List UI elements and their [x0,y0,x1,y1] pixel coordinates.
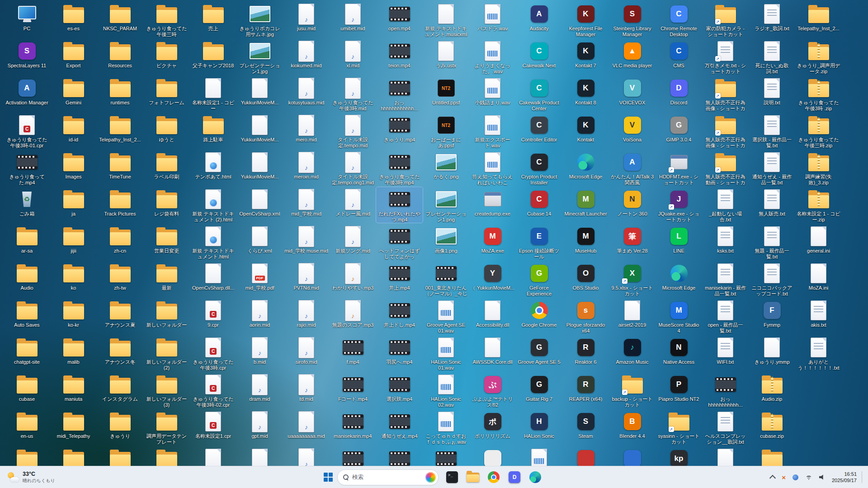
desktop-icon[interactable]: 売上 [190,2,236,32]
desktop-icon[interactable]: zh-tw [97,261,143,291]
taskbar-app-file-explorer[interactable] [464,468,482,486]
desktop-icon[interactable]: X↗9.5.xlsx - ショートカット [609,261,656,297]
desktop-icon[interactable]: Images [50,150,97,180]
desktop-icon[interactable]: CCMS [656,39,702,69]
desktop-icon[interactable]: ♪mid_学校 muse.mid [283,224,330,254]
desktop-icon[interactable]: ♪ [283,446,330,466]
desktop-icon[interactable]: ぷぷよぷよ™テトリス®2 [469,372,516,408]
desktop-icon[interactable]: GGroove Agent SE 5 [516,335,562,365]
desktop-icon[interactable]: アナウンス冬 [97,335,143,365]
desktop-icon[interactable]: ar-sa [4,224,50,254]
desktop-icon[interactable]: YukkuriMovieM... [236,150,283,180]
desktop-icon[interactable] [4,446,50,466]
desktop-icon[interactable]: ♪rajio.mid [283,298,330,328]
desktop-icon[interactable]: cubase [4,372,50,402]
desktop-icon[interactable]: ヘルスコンプレッション__歌詞.txt [702,409,749,445]
desktop-icon[interactable] [143,446,190,466]
desktop-icon[interactable]: RReaktor 6 [562,335,609,365]
desktop-icon[interactable]: ラジオ_歌詞.txt [749,2,795,32]
desktop-icon[interactable]: 調声練習(失敗)_3.zip [795,150,842,186]
desktop-icon[interactable]: HALion Sonic 02.wav [423,372,469,408]
desktop-icon[interactable] [609,446,656,466]
desktop-icon[interactable]: DDiscord [656,76,702,106]
desktop-icon[interactable]: 路上駐車 [190,113,236,143]
desktop-icon[interactable]: Audio.zip [749,372,795,402]
desktop-icon[interactable]: プレゼンテーション1.png [423,187,469,223]
taskbar-app-edge[interactable] [526,468,544,486]
desktop-icon[interactable]: SSpectraLayers 11 [4,39,50,69]
desktop-icon[interactable]: PPiapro Studio NT2 [656,372,702,402]
desktop-icon[interactable]: だれだFXいれたやつ.mp4 [376,187,423,223]
volume-icon[interactable] [818,474,827,481]
taskbar-clock[interactable]: 16:51 2025/09/17 [832,471,857,484]
desktop-icon[interactable]: SSteinberg Library Manager [609,2,656,38]
desktop-icon[interactable]: きゅうり.ymmp [749,335,795,365]
desktop-icon[interactable]: ♪きゅうり食ってた午後3時.mid [330,76,376,112]
desktop-icon[interactable]: jijii [50,224,97,254]
desktop-icon[interactable]: ♪sirofo.mid [283,335,330,365]
start-button[interactable] [324,473,333,482]
desktop-icon[interactable]: Resources [97,39,143,69]
desktop-icon[interactable]: 井上.mp4 [376,261,423,291]
desktop-icon[interactable]: ♪わかりやすい.mp3 [330,261,376,291]
desktop-icon[interactable]: ♪gpt.mid [236,409,283,439]
show-desktop-button[interactable] [862,471,864,483]
desktop-icon[interactable]: レジ袋有料 [143,187,190,217]
desktop-icon[interactable]: SSteam [562,409,609,439]
desktop-icon[interactable]: NT2おーばーまにあ.ppsf [423,113,469,149]
desktop-icon[interactable]: RREAPER (x64) [562,372,609,402]
desktop-icon[interactable]: ♻ごみ箱 [4,187,50,217]
desktop-icon[interactable]: プレゼンテーション1.jpg [236,39,283,75]
desktop-icon[interactable]: ↗無人販売不正行為 動画 - ショートカット [702,150,749,187]
desktop-icon[interactable]: OpenCvSharp.xml [236,187,283,217]
desktop-icon[interactable]: 筆筆まめ Ver.28 [609,224,656,254]
desktop-icon[interactable]: Audio [4,261,50,291]
desktop-icon[interactable]: akis.txt [795,298,842,328]
desktop-icon[interactable]: id-id [50,113,97,143]
desktop-icon[interactable]: ポポリリリリズム [469,409,516,439]
desktop-icon[interactable]: 名称未設定 1 - コピー.zip [795,187,842,223]
search-box[interactable]: 検索 [337,469,439,485]
desktop-icon[interactable]: manisekarin - 親作品一覧.txt [702,261,749,297]
desktop-icon[interactable]: ゆうと [143,113,190,143]
desktop-icon[interactable]: ♪Amazon Music [609,335,656,365]
desktop-icon[interactable]: Fコード.mp4 [330,372,376,402]
desktop-icon[interactable]: ♪タイトル未設定.tempo.ong1.mid [330,150,376,186]
desktop-icon[interactable]: Gemini [50,76,97,106]
desktop-icon[interactable]: ♪メドレー風.mid [330,187,376,217]
desktop-icon[interactable] [702,446,749,466]
desktop-icon[interactable]: Groove Agent SE 01.wav [423,298,469,334]
desktop-icon[interactable]: こってゅｈｄすおｆｄｓｂふぉ.wav [423,409,469,445]
desktop-icon[interactable]: 新規 テキストドキュメント.html [190,224,236,260]
desktop-icon[interactable]: Telepathy_Inst_2... [97,113,143,143]
desktop-icon[interactable]: TimeTune [97,150,143,180]
desktop-icon[interactable]: 選択肢 - 親作品一覧.txt [749,113,795,149]
desktop-icon[interactable]: MMinecraft Launcher [562,187,609,217]
desktop-icon[interactable]: malib [50,335,97,365]
desktop-icon[interactable] [516,446,562,466]
desktop-icon[interactable]: GGIMP 3.0.4 [656,113,702,143]
desktop-icon[interactable]: よりうまくなった。.wav [469,39,516,75]
desktop-icon[interactable]: きゅうりボカコレ用サムネ.jpg [236,2,283,38]
desktop-icon[interactable]: open.mp4 [376,2,423,32]
desktop-icon[interactable]: ピクチャ [143,39,190,69]
desktop-icon[interactable]: 選択肢.mp4 [376,372,423,402]
desktop-icon[interactable]: 通知うぜえ - 親作品一覧.txt [749,150,795,186]
desktop-icon[interactable]: ↗backup - ショートカット [609,372,656,408]
desktop-icon[interactable]: バスドラ.wav [469,2,516,32]
desktop-icon[interactable]: CCubase 14 [516,187,562,217]
desktop-icon[interactable]: ♪jusu.mid [283,2,330,32]
desktop-icon[interactable]: CCakewalk Product Center [516,76,562,112]
desktop-icon[interactable]: CCrypton Product Installer [516,150,562,186]
desktop-icon[interactable] [376,446,423,466]
desktop-icon[interactable]: C名称未設定1.cpr [190,409,236,439]
desktop-icon[interactable]: ko [50,261,97,291]
desktop-icon[interactable]: WIFI.txt [702,335,749,365]
desktop-icon[interactable]: _起動しない場合.txt [702,187,749,223]
desktop-icon[interactable]: HALion Sonic 01.wav [423,335,469,371]
desktop-icon[interactable]: Cきゅうり食ってた午後3時-01.cpr [4,113,50,149]
desktop-icon[interactable]: GGuitar Rig 7 [516,372,562,402]
desktop-icon[interactable]: OOBS Studio [562,261,609,291]
desktop-icon[interactable] [749,446,795,466]
desktop-icon[interactable]: ↗万引きメモ.txt - ショートカット [702,39,749,75]
